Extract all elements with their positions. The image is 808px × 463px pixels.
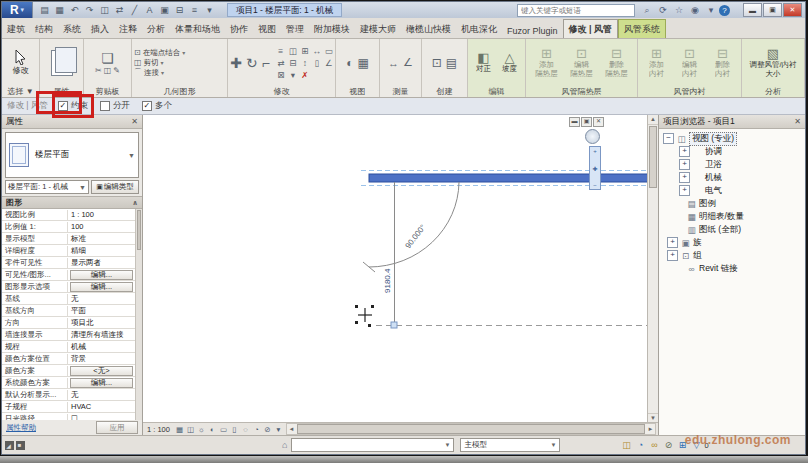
create-group-icon[interactable]: ⊡ <box>432 56 442 70</box>
tree-revit-links[interactable]: ∞ Revit 链接 <box>661 262 803 275</box>
crop-region-icon[interactable]: ▯ <box>229 424 240 434</box>
sync-icon[interactable]: ⇄ <box>113 4 126 17</box>
create-similar-icon[interactable]: ▤ <box>446 56 457 70</box>
offset-icon[interactable]: ≡ <box>275 45 287 57</box>
horizontal-scrollbar[interactable]: ◄ ► <box>286 423 656 435</box>
modify-tool-button[interactable]: 修改 <box>2 39 39 86</box>
property-row[interactable]: 基线方向 平面 <box>2 305 135 317</box>
property-row[interactable]: 日光路径 ☐ <box>2 413 135 420</box>
join-item[interactable]: ◫剪切 ▾ <box>134 58 164 68</box>
ribbon-tab[interactable]: 橄榄山快模 <box>401 20 456 38</box>
ribbon-tab[interactable]: 风管系统 <box>618 19 666 38</box>
vertical-scrollbar[interactable]: ▲ ▼ <box>647 115 658 423</box>
ribbon-tab[interactable]: 注释 <box>114 20 142 38</box>
property-row[interactable]: 详细程度 精细 <box>2 245 135 257</box>
ribbon-tab[interactable]: 插入 <box>86 20 114 38</box>
section-icon[interactable]: ⊟ <box>173 4 186 17</box>
slope-button[interactable]: △坡度 <box>497 51 523 74</box>
remove-insulation-button[interactable]: ⊟删除隔热层 <box>599 47 634 78</box>
section-collapse-icon[interactable]: ∧ <box>132 199 138 207</box>
navigation-bar[interactable]: + ✚ − <box>589 146 601 190</box>
ribbon-tab[interactable]: 视图 <box>253 20 281 38</box>
ribbon-tab[interactable]: 附加模块 <box>309 20 355 38</box>
array-icon[interactable]: ⊞ <box>299 45 311 57</box>
edit-lining-button[interactable]: ⊡编辑内衬 <box>673 47 706 78</box>
properties-button[interactable] <box>40 39 83 86</box>
tree-legends[interactable]: ▤ 图例 <box>661 197 803 210</box>
split-icon[interactable]: ⇄ <box>275 57 287 69</box>
ribbon-tab[interactable]: 机电深化 <box>456 20 502 38</box>
print-icon[interactable]: ◫ <box>98 4 111 17</box>
shadows-icon[interactable]: ◐ <box>207 424 218 434</box>
rotate-icon[interactable]: ↻ <box>246 55 258 71</box>
tree-plumbing[interactable]: + 卫浴 <box>661 158 803 171</box>
exchange-icon[interactable]: ▾ <box>705 4 717 16</box>
properties-help-link[interactable]: 属性帮助 <box>6 423 36 433</box>
qat-dropdown-icon[interactable]: ▾ <box>203 4 216 17</box>
property-row[interactable]: 视图比例 1 : 100 <box>2 209 135 221</box>
more-icon[interactable]: ▾ <box>287 69 299 81</box>
ribbon-tab[interactable]: 建筑 <box>2 20 30 38</box>
property-row[interactable]: 可见性/图形... 编辑... <box>2 269 135 281</box>
type-selector[interactable]: 楼层平面 ▼ <box>5 132 139 178</box>
edit-type-button[interactable]: ▣ 编辑类型 <box>91 180 139 194</box>
view-restore-icon[interactable]: ▣ <box>581 117 592 127</box>
signin-icon[interactable]: ◉ <box>689 4 701 16</box>
undo-icon[interactable]: ↶ <box>68 4 81 17</box>
connect-item[interactable]: ⌒连接 ▾ <box>134 68 164 78</box>
search-icon[interactable]: ⌕ <box>641 4 653 16</box>
property-row[interactable]: 墙连接显示 清理所有墙连接 <box>2 329 135 341</box>
tree-schedules[interactable]: ▦ 明细表/数量 <box>661 210 803 223</box>
vertical-scroll-thumb[interactable] <box>649 126 657 188</box>
measure-length-icon[interactable]: ↔ <box>388 57 399 69</box>
resize-duct-lining-button[interactable]: ▧ 调整风管/内衬大小 <box>747 47 799 78</box>
text-icon[interactable]: A <box>143 4 156 17</box>
hide-icon[interactable]: ◐ <box>346 56 353 70</box>
property-row[interactable]: 规程 机械 <box>2 341 135 353</box>
line-icon[interactable]: ╱ <box>128 4 141 17</box>
tree-sheets[interactable]: ▥ 图纸 (全部) <box>661 223 803 236</box>
zoom-in-icon[interactable]: + <box>593 148 597 154</box>
corner-icon[interactable]: ∠ <box>323 57 335 69</box>
move-icon[interactable]: ✚ <box>230 55 242 71</box>
merge-icon[interactable]: ⊠ <box>275 69 287 81</box>
subscription-icon[interactable]: ⟳ <box>657 4 669 16</box>
project-browser-close-icon[interactable]: ✕ <box>794 117 801 126</box>
angle-dimension-text[interactable]: 90.000° <box>403 223 427 250</box>
property-row[interactable]: 默认分析显示... 无 <box>2 389 135 401</box>
paste-icon[interactable]: ❏ <box>101 50 114 66</box>
property-row[interactable]: 颜色方案位置 背景 <box>2 353 135 365</box>
scroll-right-icon[interactable]: ► <box>646 426 655 432</box>
add-lining-button[interactable]: ⊞添加内衬 <box>640 47 673 78</box>
save-icon[interactable]: ▦ <box>53 4 66 17</box>
redo-icon[interactable]: ↷ <box>83 4 96 17</box>
override-icon[interactable]: ▦ <box>357 56 368 70</box>
open-icon[interactable]: ▤ <box>38 4 51 17</box>
measure-angle-icon[interactable]: ∠ <box>403 56 413 69</box>
cut-icon[interactable]: ✂ <box>95 66 102 75</box>
sun-path-icon[interactable]: ☼ <box>196 424 207 434</box>
tree-expander-icon[interactable]: + <box>679 159 690 170</box>
pan-icon[interactable]: ✚ <box>592 165 597 172</box>
editable-only-icon[interactable]: ◔ <box>634 439 646 451</box>
property-row[interactable]: 子规程 HVAC <box>2 401 135 413</box>
thin-lines-icon[interactable]: ≡ <box>188 4 201 17</box>
tree-groups[interactable]: + ⊡ 组 <box>661 249 803 262</box>
tree-expander-icon[interactable]: + <box>667 250 678 261</box>
tree-expander-icon[interactable]: + <box>679 146 690 157</box>
copy-clipboard-icon[interactable]: ◫ <box>104 66 112 75</box>
close-button[interactable]: ✕ <box>783 3 802 17</box>
extend-icon[interactable]: ▯ <box>311 57 323 69</box>
search-input[interactable] <box>517 4 635 17</box>
tree-expander-icon[interactable]: − <box>663 133 674 144</box>
tree-families[interactable]: + ▣ 族 <box>661 236 803 249</box>
tree-expander-icon[interactable]: + <box>679 172 690 183</box>
tree-expander-icon[interactable] <box>675 212 684 221</box>
mirror-icon[interactable]: ◫ <box>287 45 299 57</box>
property-row[interactable]: 系统颜色方案 编辑... <box>2 377 135 389</box>
disjoin-checkbox[interactable]: 分开 <box>100 100 130 112</box>
drawing-area[interactable]: 9180.4 90.000° ▬ ▣ <box>143 115 659 435</box>
property-row[interactable]: 图形显示选项 编辑... <box>2 281 135 293</box>
favorites-icon[interactable]: ☆ <box>673 4 685 16</box>
help-icon[interactable]: ? <box>719 5 730 16</box>
